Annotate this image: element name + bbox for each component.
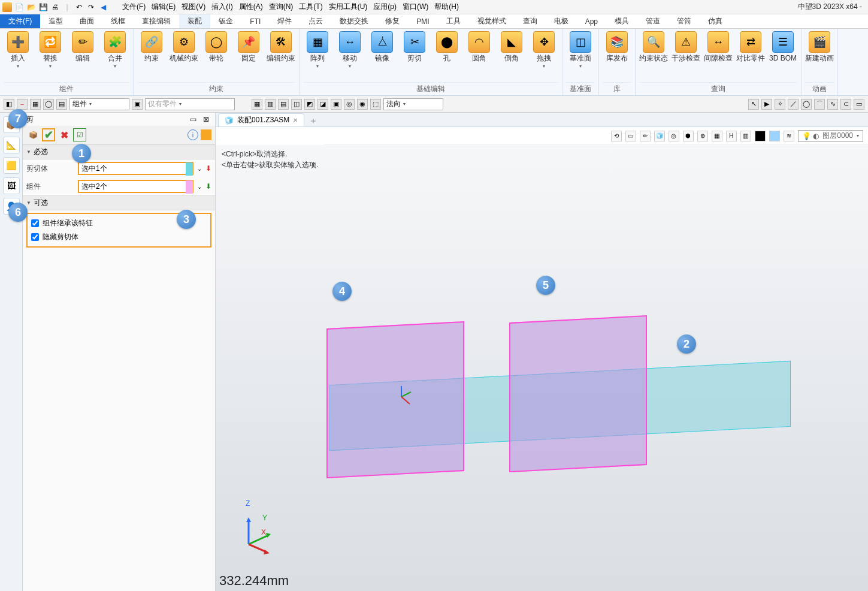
- menu-item[interactable]: 查询(N): [267, 2, 296, 12]
- vt-icon[interactable]: ◎: [669, 131, 679, 141]
- tb-icon[interactable]: ◯: [43, 99, 54, 110]
- pick-icon[interactable]: ⬇: [205, 182, 211, 191]
- tb-icon[interactable]: ▦: [252, 99, 262, 110]
- ribbon-btn-mechconstraint[interactable]: ⚙机械约束: [170, 31, 198, 62]
- vt-icon[interactable]: H: [726, 131, 737, 141]
- pick-icon[interactable]: ⬇: [205, 164, 211, 173]
- vt-icon[interactable]: ✏: [640, 131, 651, 141]
- checkbox-input[interactable]: [31, 219, 39, 227]
- menu-item[interactable]: 视图(V): [179, 2, 208, 12]
- ribbon-btn-3dbom[interactable]: ☰3D BOM: [769, 31, 797, 62]
- print-icon[interactable]: 🖨: [50, 2, 60, 12]
- vt-icon[interactable]: ▦: [712, 131, 722, 141]
- ribbon-tab[interactable]: 查询: [515, 14, 546, 28]
- save-icon[interactable]: 💾: [38, 2, 48, 12]
- vt-icon[interactable]: ▥: [740, 131, 751, 141]
- ribbon-btn-pulley[interactable]: ◯带轮: [202, 31, 231, 62]
- ribbon-btn-replace[interactable]: 🔁替换▾: [36, 31, 65, 69]
- panel-close-icon[interactable]: ⊠: [201, 114, 211, 125]
- ribbon-btn-hole[interactable]: ⬤孔: [433, 31, 461, 62]
- ribbon-btn-cut[interactable]: ✂剪切: [400, 31, 429, 62]
- viewport[interactable]: <Ctrl-pick>取消选择. <单击右键>获取实体输入选项. Z: [216, 145, 868, 591]
- ribbon-tab-file[interactable]: 文件(F): [0, 14, 40, 28]
- ribbon-btn-datum[interactable]: ◫基准面▾: [566, 31, 595, 69]
- ribbon-tab[interactable]: App: [577, 14, 606, 28]
- menu-item[interactable]: 帮助(H): [432, 2, 461, 12]
- leftbar-icon[interactable]: 🟨: [3, 157, 20, 174]
- ribbon-tab[interactable]: 曲面: [71, 14, 102, 28]
- tb-icon[interactable]: ⌒: [814, 99, 825, 110]
- tb-icon[interactable]: ▣: [132, 99, 143, 110]
- menu-item[interactable]: 窗口(W): [400, 2, 431, 12]
- ribbon-tab[interactable]: 模具: [606, 14, 637, 28]
- tb-icon[interactable]: ▶: [761, 99, 772, 110]
- ribbon-btn-newanim[interactable]: 🎬新建动画: [805, 31, 834, 62]
- leftbar-icon[interactable]: 📐: [3, 137, 20, 153]
- vt-icon[interactable]: ⟲: [611, 131, 622, 141]
- ribbon-tab-assembly[interactable]: 装配: [179, 14, 210, 28]
- ribbon-btn-compare[interactable]: ⇄对比零件: [736, 31, 765, 62]
- filter-combo[interactable]: 仅有零件▾: [145, 98, 235, 110]
- tb-icon[interactable]: ◉: [357, 99, 368, 110]
- ribbon-tab[interactable]: 线框: [102, 14, 134, 28]
- tb-icon[interactable]: ◪: [317, 99, 328, 110]
- menu-item[interactable]: 编辑(E): [149, 2, 178, 12]
- ribbon-tab[interactable]: 电极: [546, 14, 577, 28]
- menu-item[interactable]: 属性(A): [237, 2, 265, 12]
- document-tab[interactable]: 🧊 装配001.Z3ASM ✕: [218, 113, 304, 126]
- tb-icon[interactable]: ▭: [854, 99, 864, 110]
- vt-color-blue-icon[interactable]: [769, 131, 780, 141]
- back-icon[interactable]: ◀: [98, 2, 108, 12]
- ribbon-btn-fillet[interactable]: ◠圆角: [465, 31, 494, 62]
- purple-component-2[interactable]: [509, 315, 647, 472]
- tb-icon[interactable]: ◫: [291, 99, 302, 110]
- cancel-button[interactable]: ✖: [58, 128, 71, 141]
- ok-button[interactable]: ✔: [42, 128, 55, 141]
- tb-icon[interactable]: ▣: [331, 99, 341, 110]
- leftbar-icon[interactable]: 🖼: [3, 177, 20, 194]
- cutbody-input[interactable]: 选中1个: [78, 162, 193, 175]
- ribbon-tab[interactable]: 数据交换: [331, 14, 377, 28]
- tb-icon[interactable]: ／: [788, 99, 799, 110]
- redo-icon[interactable]: ↷: [86, 2, 96, 12]
- ribbon-btn-pattern[interactable]: ▦阵列▾: [303, 31, 332, 69]
- tb-icon[interactable]: ◩: [304, 99, 315, 110]
- menu-item[interactable]: 工具(T): [297, 2, 325, 12]
- ribbon-tab[interactable]: 钣金: [210, 14, 241, 28]
- section-required[interactable]: ▼必选: [23, 144, 215, 159]
- ribbon-tab[interactable]: 仿真: [700, 14, 731, 28]
- tb-icon[interactable]: ◎: [344, 99, 355, 110]
- ribbon-btn-constraintstate[interactable]: 🔍约束状态: [639, 31, 668, 62]
- ribbon-tab[interactable]: FTI: [241, 14, 269, 28]
- vt-icon[interactable]: ▭: [625, 131, 636, 141]
- ribbon-tab[interactable]: 造型: [40, 14, 71, 28]
- open-icon[interactable]: 📂: [26, 2, 36, 12]
- new-icon[interactable]: 📄: [14, 2, 24, 12]
- tb-icon[interactable]: ✧: [775, 99, 785, 110]
- menu-item[interactable]: 实用工具(U): [326, 2, 370, 12]
- close-icon[interactable]: ✕: [293, 117, 298, 123]
- ribbon-btn-edit[interactable]: ✏编辑: [68, 31, 97, 62]
- ribbon-tab[interactable]: 修复: [377, 14, 408, 28]
- ribbon-btn-editconstraint[interactable]: 🛠编辑约束: [267, 31, 295, 62]
- section-optional[interactable]: ▼可选: [23, 195, 215, 210]
- ribbon-tab[interactable]: PMI: [408, 14, 437, 28]
- vt-icon[interactable]: ⊕: [697, 131, 708, 141]
- ribbon-btn-insert[interactable]: ➕插入▾: [4, 31, 32, 69]
- panel-icon[interactable]: [201, 129, 211, 140]
- tb-icon[interactable]: ▥: [265, 99, 276, 110]
- vt-icon[interactable]: 🧊: [654, 131, 665, 141]
- ribbon-btn-chamfer[interactable]: ◣倒角: [497, 31, 526, 62]
- tb-icon[interactable]: ◯: [801, 99, 812, 110]
- ribbon-btn-libpublish[interactable]: 📚库发布: [603, 31, 631, 62]
- tb-icon[interactable]: ▤: [56, 99, 67, 110]
- ribbon-btn-constraint[interactable]: 🔗约束: [137, 31, 166, 62]
- menu-item[interactable]: 应用(p): [371, 2, 399, 12]
- dropdown-icon[interactable]: ⌄: [197, 165, 202, 172]
- tb-icon[interactable]: ↖: [748, 99, 759, 110]
- tb-icon[interactable]: ⊂: [840, 99, 851, 110]
- vt-color-black-icon[interactable]: [755, 131, 766, 141]
- tb-icon[interactable]: ▤: [278, 99, 289, 110]
- ribbon-tab[interactable]: 焊件: [269, 14, 300, 28]
- tb-icon[interactable]: ◧: [4, 99, 14, 110]
